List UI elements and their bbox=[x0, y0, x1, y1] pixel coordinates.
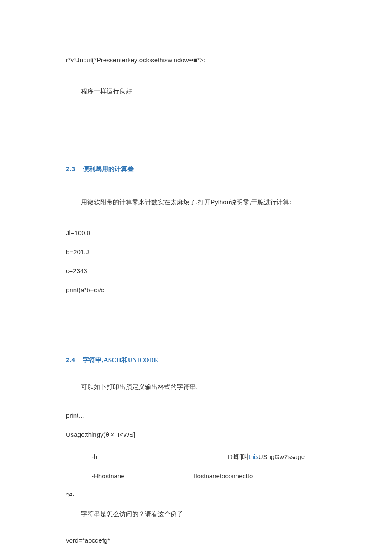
paragraph-2-3-intro: 用微软附带的计算零来计数实在太麻烦了.打开Pylhon说明零,干脆进行计算: bbox=[66, 198, 326, 207]
code-block-2-3: Jl=100.0 b=201.J c=2343 print(a*b÷c)/c bbox=[66, 228, 326, 295]
code-line: print(a*b÷c)/c bbox=[66, 285, 326, 295]
code-line: Usage:thingy(θl×ΓI<WS] bbox=[66, 430, 326, 440]
paragraph-runs-well: 程序一样运行良好. bbox=[66, 87, 326, 96]
code-row-hostname: -Hhostnane Ilostnanetoconnectto bbox=[66, 471, 326, 481]
section-heading-2-3: 2.3便利舄用的计算叁 bbox=[66, 164, 326, 174]
code-line: c=2343 bbox=[66, 266, 326, 276]
code-line: vord=*abcdefg* bbox=[66, 536, 326, 546]
paragraph-2-4b: 字符串是怎么访问的？请看这个例子: bbox=[66, 509, 326, 519]
code-col-left: -h bbox=[66, 452, 194, 462]
code-block-2-4a: print… Usage:thingy(θl×ΓI<WS] -h Di即]叫th… bbox=[66, 411, 326, 500]
code-row-h: -h Di即]叫thisUSngGw?ssage bbox=[66, 452, 326, 462]
code-col-left: -Hhostnane bbox=[66, 471, 194, 481]
section-heading-2-4: 2.4字符申,ASCII和UNICODE bbox=[66, 355, 326, 365]
section-num: 2.3 bbox=[66, 164, 75, 174]
section-title-b: ASCII和UNICODE bbox=[104, 357, 158, 363]
paragraph-2-4a: 可以如卜打印出预定义输出格式的字符串: bbox=[66, 382, 326, 392]
code-line: Jl=100.0 bbox=[66, 228, 326, 238]
code-col-right: Ilostnanetoconnectto bbox=[194, 471, 326, 481]
code-line: print… bbox=[66, 411, 326, 421]
link-this: this bbox=[248, 453, 258, 460]
section-num: 2.4 bbox=[66, 355, 75, 365]
section-title: 便利舄用的计算叁 bbox=[83, 165, 134, 172]
code-block-2-4b: vord=*abcdefg* a=word[2] print*ais:*÷abj… bbox=[66, 536, 326, 555]
code-col-right: Di即]叫thisUSngGw?ssage bbox=[194, 452, 326, 462]
section-title-a: 字符申, bbox=[83, 356, 104, 363]
code-line-italic: *A· bbox=[66, 490, 326, 500]
code-line-top: r*v*Jnput(*Pressenterkeytoclosethiswindo… bbox=[66, 55, 326, 65]
code-line: b=201.J bbox=[66, 247, 326, 257]
